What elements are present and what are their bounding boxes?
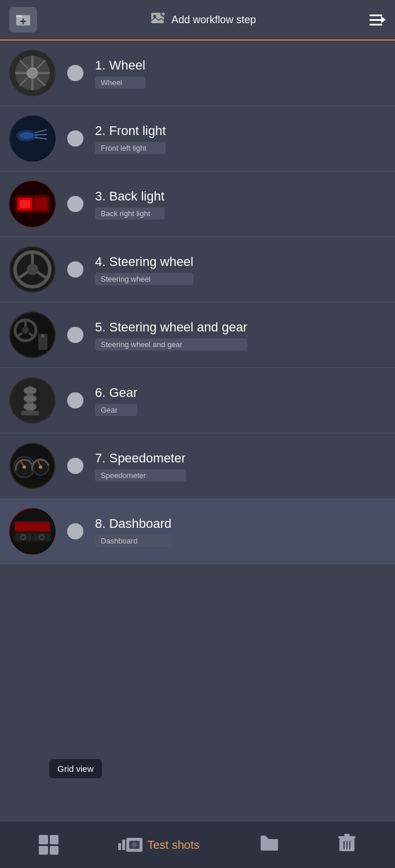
test-shots-image-icon	[126, 838, 142, 852]
workflow-item-badge: Gear	[95, 404, 137, 416]
workflow-item[interactable]: 5. Steering wheel and gear Steering whee…	[0, 302, 395, 368]
workflow-item-title: 5. Steering wheel and gear	[95, 320, 247, 335]
workflow-item-radio	[67, 261, 83, 278]
workflow-item-radio	[67, 392, 83, 409]
workflow-item-content: 7. Speedometer Speedometer	[95, 451, 186, 482]
workflow-item-badge: Steering wheel and gear	[95, 338, 247, 351]
menu-button[interactable]	[370, 13, 386, 27]
workflow-item-content: 3. Back light Back right light	[95, 189, 164, 220]
folder-button[interactable]	[259, 834, 279, 856]
workflow-item[interactable]: 1. Wheel Wheel	[0, 41, 395, 106]
workflow-item-content: 6. Gear Gear	[95, 385, 137, 416]
workflow-item-content: 2. Front light Front left light	[95, 123, 166, 154]
workflow-item-radio	[67, 327, 83, 343]
svg-point-36	[27, 264, 38, 275]
workflow-item-image	[9, 312, 56, 358]
workflow-item-badge: Front left light	[95, 142, 166, 154]
add-workflow-step-label: Add workflow step	[171, 14, 256, 26]
workflow-item-badge: Back right light	[95, 207, 164, 220]
add-workflow-step-button[interactable]: Add workflow step	[151, 10, 256, 29]
add-image-icon	[151, 10, 167, 29]
svg-rect-33	[20, 200, 30, 208]
svg-rect-32	[35, 198, 47, 210]
workflow-item-title: 7. Speedometer	[95, 451, 186, 466]
workflow-item[interactable]: 2. Front light Front left light	[0, 106, 395, 172]
header-left	[9, 7, 37, 32]
workflow-list: 1. Wheel Wheel 2. Front light Front left…	[0, 41, 395, 611]
workflow-item-title: 8. Dashboard	[95, 516, 171, 531]
svg-point-60	[39, 465, 42, 469]
trash-button[interactable]	[338, 834, 356, 856]
workflow-item-title: 4. Steering wheel	[95, 254, 193, 269]
svg-rect-51	[24, 396, 36, 402]
workflow-item-radio	[67, 523, 83, 539]
workflow-item-badge: Wheel	[95, 76, 145, 89]
svg-point-57	[23, 465, 26, 469]
workflow-item[interactable]: 4. Steering wheel Steering wheel	[0, 237, 395, 302]
grid-cell	[50, 835, 59, 844]
svg-rect-10	[370, 19, 382, 21]
svg-rect-1	[16, 15, 22, 17]
svg-point-69	[132, 843, 137, 847]
svg-point-14	[27, 67, 38, 79]
workflow-item[interactable]: 8. Dashboard Dashboard	[0, 499, 395, 564]
svg-rect-52	[24, 404, 36, 410]
workflow-item-image	[9, 508, 56, 555]
workflow-item-radio	[67, 458, 83, 474]
grid-cell	[50, 846, 59, 855]
bottom-bar: Test shots	[0, 822, 395, 868]
test-shots-label: Test shots	[147, 838, 199, 852]
workflow-item[interactable]: 6. Gear Gear	[0, 368, 395, 433]
grid-view-button[interactable]	[39, 835, 58, 855]
svg-point-25	[20, 132, 34, 139]
workflow-item-radio	[67, 130, 83, 147]
workflow-item-content: 1. Wheel Wheel	[95, 58, 145, 89]
workflow-item-badge: Steering wheel	[95, 273, 193, 285]
workflow-item-radio	[67, 65, 83, 81]
workflow-item[interactable]: 3. Back light Back right light	[0, 172, 395, 237]
workflow-item-radio	[67, 196, 83, 212]
workflow-item-image	[9, 246, 56, 293]
test-shots-button[interactable]: Test shots	[118, 838, 199, 852]
svg-rect-72	[344, 834, 350, 836]
svg-rect-53	[21, 411, 39, 415]
workflow-item-image	[9, 50, 56, 96]
svg-point-42	[22, 327, 29, 334]
workflow-item-content: 5. Steering wheel and gear Steering whee…	[95, 320, 247, 351]
workflow-item-image	[9, 377, 56, 424]
workflow-item-content: 8. Dashboard Dashboard	[95, 516, 171, 547]
svg-rect-50	[24, 388, 36, 393]
svg-rect-71	[338, 836, 356, 838]
svg-rect-11	[370, 24, 382, 25]
header: Add workflow step	[0, 0, 395, 41]
workflow-item-badge: Dashboard	[95, 535, 171, 547]
svg-rect-63	[15, 522, 50, 531]
workflow-item-image	[9, 443, 56, 489]
workflow-item-title: 6. Gear	[95, 385, 137, 400]
workflow-item-title: 2. Front light	[95, 123, 166, 138]
add-folder-button[interactable]	[9, 7, 37, 32]
grid-view-tooltip: Grid view	[49, 759, 102, 778]
workflow-item-title: 3. Back light	[95, 189, 164, 204]
grid-cell	[39, 846, 48, 855]
workflow-item[interactable]: 7. Speedometer Speedometer	[0, 433, 395, 499]
test-shots-icon	[118, 838, 142, 852]
workflow-item-content: 4. Steering wheel Steering wheel	[95, 254, 193, 285]
svg-point-47	[41, 334, 45, 338]
svg-rect-9	[370, 14, 382, 16]
workflow-item-image	[9, 115, 56, 162]
workflow-item-badge: Speedometer	[95, 469, 186, 482]
workflow-item-title: 1. Wheel	[95, 58, 145, 73]
workflow-item-image	[9, 181, 56, 227]
svg-line-27	[35, 134, 47, 135]
grid-cell	[39, 835, 48, 844]
